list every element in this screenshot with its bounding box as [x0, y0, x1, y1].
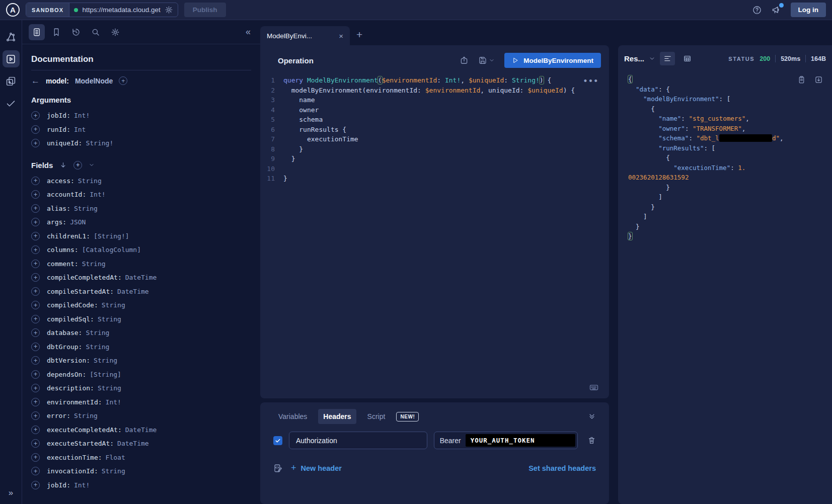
field-item[interactable]: +description:String — [31, 381, 251, 395]
add-to-query-icon[interactable]: + — [31, 287, 40, 296]
add-to-query-icon[interactable]: + — [31, 343, 40, 351]
auth-token-input[interactable]: YOUR_AUTH_TOKEN — [466, 434, 575, 447]
new-header-button[interactable]: + New header — [291, 463, 342, 473]
add-to-query-icon[interactable]: + — [31, 398, 40, 406]
field-item[interactable]: +jobId:Int! — [31, 109, 251, 123]
field-item[interactable]: +childrenL1:[String!] — [31, 229, 251, 243]
history-tab-icon[interactable] — [68, 24, 84, 40]
add-to-query-icon[interactable]: + — [31, 328, 40, 337]
copy-response-icon[interactable] — [797, 75, 806, 84]
preflight-script-icon[interactable] — [273, 464, 282, 473]
add-to-query-icon[interactable]: + — [31, 204, 40, 213]
delete-header-trash-icon[interactable] — [587, 436, 596, 445]
tab-headers[interactable]: Headers — [318, 409, 356, 424]
add-to-query-icon[interactable]: + — [31, 232, 40, 240]
add-to-query-icon[interactable]: + — [31, 426, 40, 434]
help-icon[interactable] — [752, 5, 762, 15]
add-to-query-icon[interactable]: + — [31, 260, 40, 268]
header-value-field[interactable]: Bearer YOUR_AUTH_TOKEN — [434, 432, 578, 449]
collapse-panel-chevrons-icon[interactable] — [588, 412, 596, 421]
add-to-query-icon[interactable]: + — [31, 481, 40, 489]
field-item[interactable]: +runId:Int — [31, 123, 251, 137]
add-to-query-icon[interactable]: + — [31, 301, 40, 309]
header-key-input[interactable] — [289, 432, 427, 449]
add-all-fields-icon[interactable]: + — [73, 161, 82, 170]
json-view-icon[interactable] — [660, 52, 675, 65]
endpoint-url[interactable]: https://metadata.cloud.get — [69, 3, 177, 17]
save-operation-icon[interactable] — [478, 56, 495, 65]
response-title-dropdown[interactable]: Res... — [624, 54, 655, 63]
run-operation-button[interactable]: ModelByEnvironment — [504, 53, 601, 68]
field-item[interactable]: +executeStartedAt:DateTime — [31, 437, 251, 451]
field-item[interactable]: +alias:String — [31, 202, 251, 216]
field-item[interactable]: +compileCompletedAt:DateTime — [31, 271, 251, 285]
field-item[interactable]: +dependsOn:[String] — [31, 368, 251, 382]
field-item[interactable]: +error:String — [31, 409, 251, 423]
set-shared-headers-button[interactable]: Set shared headers — [528, 464, 596, 472]
close-tab-icon[interactable]: × — [339, 32, 343, 40]
add-to-query-icon[interactable]: + — [31, 356, 40, 365]
add-to-query-icon[interactable]: + — [31, 245, 40, 254]
field-item[interactable]: +dbtVersion:String — [31, 354, 251, 368]
add-to-query-icon[interactable]: + — [31, 218, 40, 226]
field-item[interactable]: +uniqueId:String! — [31, 136, 251, 150]
back-arrow-icon[interactable]: ← — [31, 76, 40, 85]
field-item[interactable]: +args:JSON — [31, 215, 251, 229]
breadcrumb-type[interactable]: ModelNode — [75, 77, 113, 85]
collapse-sidebar-icon[interactable]: « — [246, 27, 254, 37]
login-button[interactable]: Log in — [791, 3, 826, 17]
add-to-query-icon[interactable]: + — [31, 453, 40, 462]
schema-graph-icon[interactable] — [3, 28, 20, 45]
new-tab-icon[interactable]: + — [356, 29, 362, 41]
response-json-viewer[interactable]: {"data": {"modelByEnvironment": [{"name"… — [618, 69, 832, 504]
search-tab-icon[interactable] — [88, 24, 104, 40]
add-to-query-icon[interactable]: + — [31, 139, 40, 147]
graphql-editor[interactable]: ••• 1query ModelByEnvironment($environme… — [260, 73, 609, 398]
add-to-query-icon[interactable]: + — [31, 384, 40, 392]
keyboard-shortcuts-icon[interactable] — [589, 382, 599, 392]
add-to-query-icon[interactable]: + — [31, 411, 40, 420]
field-item[interactable]: +compileStartedAt:DateTime — [31, 285, 251, 299]
operation-menu-dots-icon[interactable]: ••• — [583, 76, 599, 87]
add-to-query-icon[interactable]: + — [31, 315, 40, 323]
field-item[interactable]: +invocationId:String — [31, 464, 251, 478]
add-to-query-icon[interactable]: + — [31, 111, 40, 120]
field-item[interactable]: +columns:[CatalogColumn] — [31, 243, 251, 257]
add-to-query-icon[interactable]: + — [31, 177, 40, 185]
field-item[interactable]: +jobId:Int! — [31, 478, 251, 492]
bookmarks-tab-icon[interactable] — [48, 24, 64, 40]
tab-script[interactable]: Script — [362, 409, 391, 424]
checks-icon[interactable] — [3, 95, 20, 112]
announcements-megaphone-icon[interactable] — [771, 5, 782, 15]
fields-options-chevron-icon[interactable] — [89, 162, 95, 168]
add-to-query-icon[interactable]: + — [31, 370, 40, 379]
field-item[interactable]: +dbtGroup:String — [31, 340, 251, 354]
documentation-tab-icon[interactable] — [29, 24, 45, 40]
settings-tab-icon[interactable] — [107, 24, 123, 40]
field-item[interactable]: +access:String — [31, 174, 251, 188]
collections-icon[interactable] — [3, 72, 20, 90]
expand-rail-icon[interactable]: » — [9, 488, 13, 498]
table-view-icon[interactable] — [679, 52, 695, 65]
field-item[interactable]: +database:String — [31, 326, 251, 340]
add-to-query-icon[interactable]: + — [31, 125, 40, 134]
explorer-icon[interactable] — [3, 50, 20, 67]
field-item[interactable]: +executeCompletedAt:DateTime — [31, 423, 251, 437]
field-item[interactable]: +accountId:Int! — [31, 188, 251, 202]
operation-tab[interactable]: ModelByEnvi... × — [260, 26, 350, 45]
sort-fields-icon[interactable] — [59, 161, 67, 169]
endpoint-box[interactable]: SANDBOX https://metadata.cloud.get — [26, 3, 178, 17]
download-response-icon[interactable] — [814, 75, 823, 84]
field-item[interactable]: +executionTime:Float — [31, 451, 251, 465]
field-item[interactable]: +environmentId:Int! — [31, 395, 251, 409]
tab-variables[interactable]: Variables — [273, 409, 312, 424]
add-to-query-icon[interactable]: + — [31, 467, 40, 475]
add-type-icon[interactable]: + — [119, 76, 127, 85]
header-enabled-checkbox[interactable] — [273, 436, 282, 445]
add-to-query-icon[interactable]: + — [31, 190, 40, 199]
add-to-query-icon[interactable]: + — [31, 439, 40, 448]
field-item[interactable]: +compiledCode:String — [31, 298, 251, 312]
endpoint-settings-gear-icon[interactable] — [165, 6, 173, 14]
publish-button[interactable]: Publish — [184, 3, 226, 17]
field-item[interactable]: +compiledSql:String — [31, 312, 251, 326]
